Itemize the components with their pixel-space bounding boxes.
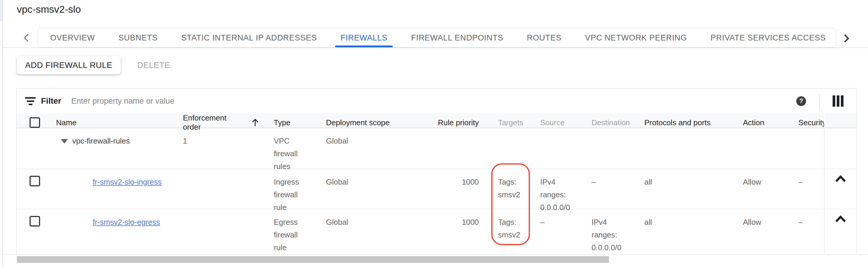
cell-source-text: – bbox=[540, 216, 544, 229]
cell-type-text: Ingress firewall rule bbox=[274, 176, 307, 214]
cell-select bbox=[17, 209, 55, 254]
cell-action: Allow bbox=[738, 209, 794, 254]
chevron-up-icon bbox=[834, 174, 847, 183]
table-row-group: vpc-firewall-rules 1 VPC firewall rules … bbox=[17, 128, 857, 169]
tab-firewalls[interactable]: FIREWALLS bbox=[329, 28, 399, 47]
tab-firewall-endpoints[interactable]: FIREWALL ENDPOINTS bbox=[399, 28, 515, 47]
cell-pinned bbox=[824, 209, 857, 254]
tab-private-services-access[interactable]: PRIVATE SERVICES ACCESS bbox=[699, 28, 836, 47]
cell-enforcement-order: 1 bbox=[181, 128, 260, 173]
row-checkbox[interactable] bbox=[30, 176, 40, 186]
collapse-row-button[interactable] bbox=[834, 214, 847, 228]
cell-deployment-scope: Global bbox=[323, 128, 414, 173]
tab-bar: OVERVIEW SUBNETS STATIC INTERNAL IP ADDR… bbox=[3, 28, 868, 48]
cell-name: vpc-firewall-rules bbox=[55, 128, 181, 173]
cell-select bbox=[17, 169, 55, 214]
cell-destination-text: – bbox=[592, 176, 596, 188]
cell-enforcement-order bbox=[181, 209, 260, 254]
filter-input[interactable] bbox=[70, 96, 796, 106]
cell-type: Ingress firewall rule bbox=[260, 169, 323, 214]
chevron-left-icon bbox=[22, 32, 31, 44]
cell-enforcement-order bbox=[181, 169, 260, 214]
cell-deployment-scope: Global bbox=[323, 169, 414, 214]
cell-type: Egress firewall rule bbox=[260, 209, 323, 254]
table-row-egress-rule: fr-smsv2-slo-egress Egress firewall rule… bbox=[17, 209, 857, 253]
cell-destination bbox=[590, 128, 640, 173]
chevron-up-icon bbox=[834, 214, 847, 224]
collapse-row-button[interactable] bbox=[834, 174, 847, 187]
cell-name: fr-smsv2-slo-egress bbox=[55, 209, 181, 254]
cell-rule-priority bbox=[414, 128, 484, 173]
cell-type: VPC firewall rules bbox=[260, 128, 323, 173]
bottom-divider bbox=[2, 254, 868, 255]
tab-vpc-network-peering[interactable]: VPC NETWORK PEERING bbox=[573, 28, 699, 47]
row-checkbox[interactable] bbox=[30, 216, 40, 227]
cell-rule-priority: 1000 bbox=[414, 209, 484, 254]
cell-name: fr-smsv2-slo-ingress bbox=[55, 169, 181, 214]
table-actions: ADD FIREWALL RULE DELETE bbox=[17, 56, 175, 75]
toolbar-divider bbox=[819, 94, 819, 108]
tab-static-internal-ip-addresses[interactable]: STATIC INTERNAL IP ADDRESSES bbox=[169, 28, 329, 47]
cell-destination: IPv4 ranges: 0.0.0.0/0 bbox=[590, 209, 640, 254]
cell-rule-priority: 1000 bbox=[414, 169, 484, 214]
cell-destination: – bbox=[590, 169, 640, 214]
cell-pinned bbox=[824, 128, 857, 173]
cell-type-text: VPC firewall rules bbox=[274, 135, 307, 173]
cell-deployment-scope: Global bbox=[323, 209, 414, 254]
triangle-down-icon[interactable] bbox=[61, 139, 68, 144]
column-display-options-icon[interactable] bbox=[833, 95, 843, 107]
tabs-strip: OVERVIEW SUBNETS STATIC INTERNAL IP ADDR… bbox=[38, 28, 836, 47]
tabs-scroll-left-button[interactable] bbox=[15, 28, 38, 47]
chevron-right-icon bbox=[842, 32, 850, 44]
firewall-rules-card: Filter ? Name Enforcement order Type Dep… bbox=[16, 88, 857, 255]
cell-action bbox=[738, 128, 794, 173]
filter-icon bbox=[25, 97, 36, 105]
sort-ascending-icon bbox=[251, 118, 260, 127]
cell-source: IPv4 ranges: 0.0.0.0/0 bbox=[538, 169, 590, 214]
cell-destination-text: IPv4 ranges: 0.0.0.0/0 bbox=[592, 216, 625, 254]
cell-security bbox=[794, 128, 824, 173]
cell-protocols: all bbox=[640, 209, 738, 254]
group-name: vpc-firewall-rules bbox=[72, 137, 130, 145]
select-all-checkbox[interactable] bbox=[30, 117, 40, 128]
page-title: vpc-smsv2-slo bbox=[17, 4, 81, 15]
left-accent-bar bbox=[0, 0, 2, 21]
horizontal-scrollbar-thumb[interactable] bbox=[17, 256, 609, 263]
cell-targets: Tags: smsv2 bbox=[484, 209, 538, 254]
cell-targets-text: Tags: smsv2 bbox=[498, 176, 531, 201]
filter-label: Filter bbox=[41, 96, 61, 106]
cell-targets: Tags: smsv2 bbox=[484, 169, 538, 214]
tab-subnets[interactable]: SUBNETS bbox=[106, 28, 169, 47]
cell-pinned bbox=[824, 169, 857, 214]
cell-source: – bbox=[538, 209, 590, 254]
cell-targets bbox=[484, 128, 538, 173]
table-header-row: Name Enforcement order Type Deployment s… bbox=[17, 113, 857, 128]
filter-toolbar: Filter ? bbox=[17, 89, 857, 113]
delete-button[interactable]: DELETE bbox=[132, 56, 175, 75]
add-firewall-rule-button[interactable]: ADD FIREWALL RULE bbox=[17, 56, 121, 75]
cell-security: – bbox=[794, 209, 824, 254]
tab-routes[interactable]: ROUTES bbox=[515, 28, 573, 47]
firewall-rule-link[interactable]: fr-smsv2-slo-ingress bbox=[93, 178, 162, 186]
help-icon[interactable]: ? bbox=[796, 96, 806, 106]
cell-targets-text: Tags: smsv2 bbox=[498, 216, 531, 241]
cell-action: Allow bbox=[738, 169, 794, 214]
cell-security: – bbox=[794, 169, 824, 214]
cell-type-text: Egress firewall rule bbox=[274, 216, 307, 254]
cell-protocols bbox=[640, 128, 738, 173]
cell-source bbox=[538, 128, 590, 173]
table-row-ingress-rule: fr-smsv2-slo-ingress Ingress firewall ru… bbox=[17, 169, 857, 209]
cell-source-text: IPv4 ranges: 0.0.0.0/0 bbox=[540, 176, 574, 214]
vpc-network-details-page: vpc-smsv2-slo OVERVIEW SUBNETS STATIC IN… bbox=[0, 0, 868, 267]
tab-overview[interactable]: OVERVIEW bbox=[38, 28, 106, 47]
cell-select bbox=[17, 128, 55, 173]
tabs-scroll-right-button[interactable] bbox=[837, 31, 855, 46]
firewall-rule-link[interactable]: fr-smsv2-slo-egress bbox=[93, 218, 160, 227]
cell-protocols: all bbox=[640, 169, 738, 214]
